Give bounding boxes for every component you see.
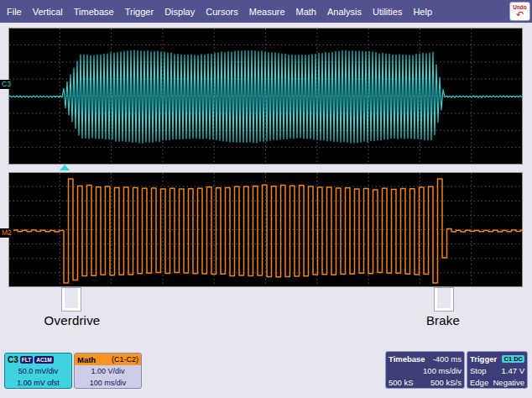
menu-math[interactable]: Math (296, 7, 316, 17)
timebase-per-div: 100 ms/div (423, 366, 462, 375)
trigger-level: 1.47 V (502, 366, 524, 375)
oscilloscope-window: File Vertical Timebase Trigger Display C… (0, 0, 532, 398)
c3-volts-per-div: 50.0 mV/div (5, 365, 71, 377)
menu-utilities[interactable]: Utilities (373, 7, 402, 17)
menu-vertical[interactable]: Vertical (33, 7, 63, 17)
overdrive-bracket (62, 288, 81, 311)
trace-label-c3: C3 (0, 80, 13, 89)
trigger-mode: Stop (470, 366, 487, 375)
timebase-title: Timebase (389, 354, 425, 364)
c3-offset: 1.00 mV ofst (5, 377, 71, 389)
timebase-descriptor-box[interactable]: Timebase -400 ms 100 ms/div 500 kS 500 k… (385, 351, 465, 389)
menu-timebase[interactable]: Timebase (74, 7, 114, 17)
math-time-per-div: 100 ms/div (75, 377, 141, 389)
math-waveform (8, 172, 523, 287)
undo-arrow-icon: ↶ (516, 10, 524, 18)
c3-waveform (8, 28, 523, 165)
menu-help[interactable]: Help (413, 7, 432, 17)
trigger-type: Edge (470, 378, 488, 387)
timebase-samples: 500 kS (389, 378, 414, 387)
menu-display[interactable]: Display (164, 7, 195, 17)
bottom-graticule (8, 172, 523, 287)
menu-cursors[interactable]: Cursors (206, 7, 238, 17)
trigger-title: Trigger (470, 354, 497, 364)
menu-analysis[interactable]: Analysis (327, 7, 362, 17)
trigger-slope: Negative (493, 378, 525, 387)
brake-label: Brake (411, 313, 475, 327)
math-source: (C1-C2) (112, 355, 138, 364)
overdrive-label: Overdrive (32, 313, 112, 327)
timebase-delay: -400 ms (433, 354, 462, 364)
menu-bar: File Vertical Timebase Trigger Display C… (0, 0, 532, 23)
math-volts-per-div: 1.00 V/div (75, 365, 141, 377)
c3-filter-badge: FLT (20, 356, 33, 364)
math-descriptor-box[interactable]: Math (C1-C2) 1.00 V/div 100 ms/div (74, 353, 142, 389)
menu-trigger[interactable]: Trigger (125, 7, 154, 17)
menu-measure[interactable]: Measure (249, 7, 285, 17)
c3-channel-name: C3 (8, 355, 18, 364)
trigger-position-marker[interactable] (60, 165, 70, 170)
top-graticule (8, 28, 523, 165)
brake-bracket (435, 288, 453, 311)
trace-label-math: M2 (0, 228, 13, 238)
undo-button[interactable]: Undo ↶ (509, 2, 530, 21)
menu-file[interactable]: File (7, 7, 22, 17)
timebase-rate: 500 kS/s (430, 378, 462, 387)
c3-coupling-badge: AC1M (34, 356, 53, 364)
trigger-source-badge: C1 DC (502, 355, 524, 363)
trigger-descriptor-box[interactable]: Trigger C1 DC Stop 1.47 V Edge Negative (467, 351, 528, 389)
math-name: Math (77, 355, 96, 364)
c3-descriptor-box[interactable]: C3 FLT AC1M 50.0 mV/div 1.00 mV ofst (4, 353, 72, 389)
